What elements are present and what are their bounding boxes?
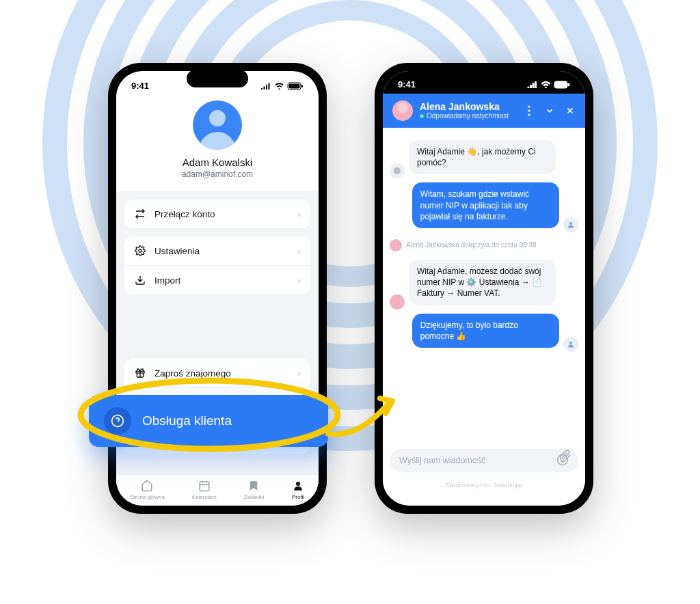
calendar-icon [198, 479, 211, 493]
wifi-icon [274, 82, 284, 90]
notch [187, 70, 248, 87]
tab-label: Profil [292, 494, 304, 500]
notch [453, 70, 515, 87]
svg-point-30 [569, 342, 572, 344]
svg-point-23 [528, 105, 530, 107]
row-settings[interactable]: Ustawienia › [124, 236, 310, 265]
svg-point-24 [528, 109, 530, 111]
svg-rect-1 [289, 83, 300, 88]
tab-label: Kalendarz [192, 494, 217, 500]
download-icon [134, 274, 146, 286]
chevron-right-icon: › [298, 368, 301, 379]
chevron-right-icon: › [298, 246, 301, 256]
chevron-right-icon: › [298, 275, 301, 286]
tab-label: Strona główna [130, 494, 165, 500]
attach-icon[interactable] [559, 450, 571, 464]
bookmark-icon [247, 479, 260, 493]
row-label: Przełącz konto [154, 209, 215, 219]
svg-point-16 [296, 482, 300, 486]
user-name: Adam Kowalski [116, 156, 319, 168]
chat-message: Witaj Adamie, możesz dodać swój numer NI… [409, 260, 556, 305]
help-icon [104, 407, 131, 435]
chat-placeholder: Wyślij nam wiadomość [399, 456, 485, 465]
close-icon[interactable] [565, 105, 576, 116]
tab-label: Zakładki [244, 494, 265, 500]
tab-home[interactable]: Strona główna [130, 479, 165, 500]
row-label: Import [154, 275, 180, 286]
agent-name: Alena Jankowska [420, 102, 509, 112]
status-time: 9:41 [398, 79, 416, 90]
tab-profile[interactable]: Profil [291, 479, 305, 500]
tab-calendar[interactable]: Kalendarz [192, 479, 217, 500]
chat-message: Witam, szukam gdzie wstawić numer NIP w … [412, 182, 559, 228]
chevron-down-icon[interactable] [544, 105, 555, 116]
status-time: 9:41 [131, 81, 149, 91]
agent-avatar[interactable] [392, 100, 413, 121]
agent-status: Odpowiadamy natychmiast [427, 112, 509, 120]
svg-rect-21 [556, 82, 567, 87]
user-icon [291, 479, 305, 493]
svg-point-3 [139, 249, 142, 252]
agent-mini-avatar [390, 239, 402, 251]
battery-icon [287, 82, 304, 90]
chat-body[interactable]: Witaj Adamie 👋, jak możemy Ci pomóc? Wit… [383, 128, 585, 495]
svg-rect-12 [200, 482, 209, 491]
agent-mini-avatar [390, 294, 405, 310]
chevron-right-icon: › [298, 209, 301, 219]
bot-avatar [390, 163, 405, 178]
system-message: Alena Jankowska dołączyła do czatu 09:38 [390, 239, 578, 251]
wifi-icon [541, 81, 551, 88]
phone-chat: 9:41 Alena Jankowska Odpowiadamy natychm… [375, 63, 593, 514]
chat-message: Witaj Adamie 👋, jak możemy Ci pomóc? [409, 140, 556, 174]
row-switch-account[interactable]: Przełącz konto › [124, 200, 310, 228]
tab-bookmarks[interactable]: Zakładki [244, 479, 265, 500]
chat-input[interactable]: Wyślij nam wiadomość [390, 449, 578, 472]
svg-point-28 [394, 167, 401, 174]
online-dot-icon [420, 114, 424, 118]
signal-icon [260, 82, 271, 90]
user-email: adam@aminof.com [116, 169, 319, 179]
switch-icon [134, 208, 146, 220]
chat-message: Dziękujemy, to było bardzo pomocne 👍 [412, 314, 559, 348]
home-icon [140, 479, 154, 493]
row-invite[interactable]: Zaproś znajomego › [124, 359, 310, 387]
svg-rect-2 [301, 85, 303, 87]
gift-icon [134, 367, 146, 379]
tab-bar: Strona główna Kalendarz Zakładki Profil [116, 474, 319, 506]
svg-point-29 [569, 222, 572, 225]
battery-icon [554, 81, 570, 89]
customer-support-button[interactable]: Obsługa klienta [89, 395, 328, 447]
row-label: Ustawienia [154, 246, 200, 256]
avatar[interactable] [193, 100, 242, 150]
row-import[interactable]: Import › [124, 265, 310, 294]
signal-icon [527, 81, 538, 88]
chat-footer: Stworzone przez Smartsupp [383, 482, 585, 489]
svg-rect-22 [568, 83, 569, 86]
chat-header: Alena Jankowska Odpowiadamy natychmiast [383, 94, 585, 128]
more-icon[interactable] [524, 105, 535, 116]
user-avatar [563, 217, 578, 232]
cta-label: Obsługa klienta [142, 413, 232, 428]
row-label: Zaproś znajomego [154, 368, 231, 379]
profile-header: Adam Kowalski adam@aminof.com [116, 95, 319, 191]
user-avatar [563, 337, 578, 352]
svg-point-25 [528, 113, 530, 115]
gear-icon [134, 245, 146, 257]
